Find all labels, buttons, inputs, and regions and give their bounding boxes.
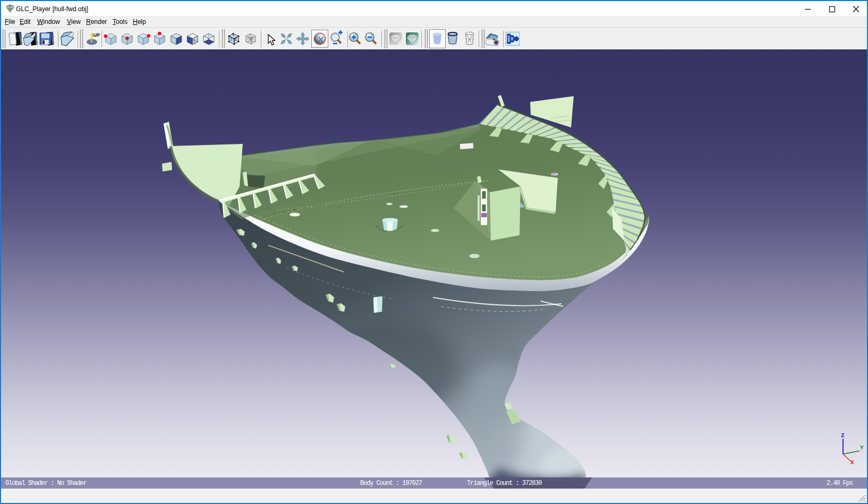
- svg-text:Y: Y: [860, 445, 864, 451]
- svg-text:Z: Z: [841, 432, 845, 439]
- svg-text:X: X: [850, 459, 854, 466]
- svg-text:UP: UP: [93, 32, 100, 38]
